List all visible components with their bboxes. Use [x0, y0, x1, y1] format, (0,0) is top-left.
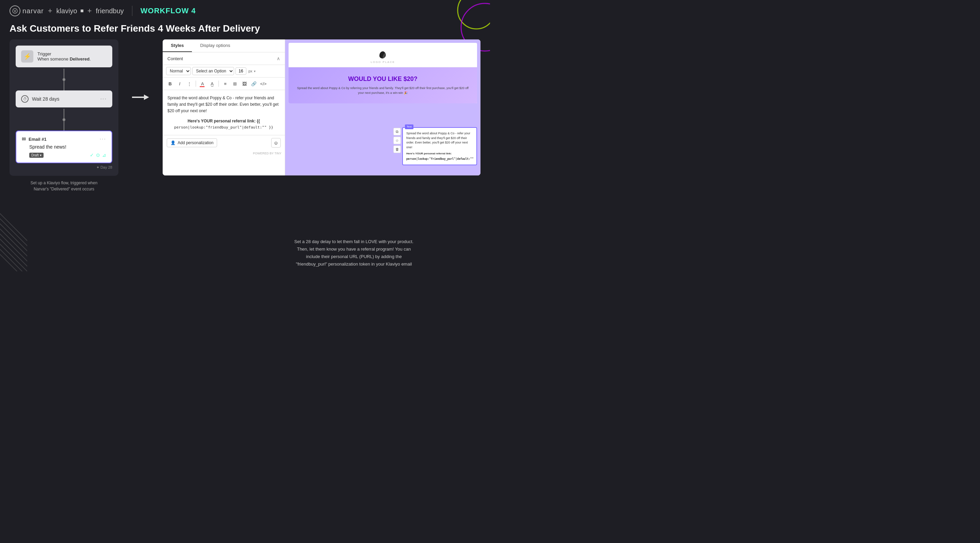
star-button[interactable]: ☆	[393, 137, 401, 144]
right-caption: Set a 28 day delay to let them fall in L…	[218, 238, 490, 268]
purl-label: Here's YOUR personal referral link: {{	[167, 118, 280, 124]
arrow-container	[132, 40, 149, 101]
overlay-text: Spread the word about Poppy & Co - refer…	[406, 131, 473, 149]
klaviyo-text: klaviyo	[56, 7, 77, 15]
hero-body: Spread the word about Poppy & Co by refe…	[295, 86, 470, 95]
content-header: Content ∧	[163, 52, 285, 65]
workflow-label: WORKFLOW 4	[140, 6, 196, 15]
email-node: ✉ Email #1 ··· Spread the news! Draft ▾ …	[16, 130, 112, 163]
connector-4	[64, 121, 64, 130]
format-toolbar: B I ⋮ A A̲ ≡ ⊞ 🖼 🔗 </>	[163, 78, 285, 90]
overlay-toolbar: ⧉ ☆ 🗑	[393, 128, 401, 153]
tab-display-options[interactable]: Display options	[192, 40, 238, 52]
trigger-icon: ⚡	[21, 50, 33, 63]
font-color-button[interactable]: A	[198, 79, 207, 88]
px-label: px	[248, 69, 253, 73]
copy-button[interactable]: ⧉	[393, 128, 401, 135]
logo-placeholder: LOGO PLACE	[371, 50, 395, 64]
body-text: Spread the word about Poppy & Co - refer…	[167, 95, 280, 114]
code-button[interactable]: </>	[259, 79, 267, 88]
main-content: ⚡ Trigger When someone Delivered. ⏱ Wait…	[0, 40, 490, 192]
plus-1: +	[48, 6, 52, 15]
overlay-purl-value: person|lookup:"friendbuy_purl"|default:"…	[406, 157, 473, 161]
content-label: Content	[167, 56, 183, 61]
style-select[interactable]: Normal	[166, 67, 191, 75]
arrow-right	[132, 94, 149, 101]
trigger-text: Trigger When someone Delivered.	[37, 51, 91, 62]
delete-button[interactable]: 🗑	[393, 146, 401, 153]
dot-2	[63, 118, 65, 121]
connector-2	[64, 81, 64, 90]
email-actions: ✓ ⊙ ⊿	[90, 152, 106, 158]
trigger-node: ⚡ Trigger When someone Delivered.	[16, 46, 112, 67]
wait-node: ⏱ Wait 28 days ···	[16, 90, 112, 108]
person-icon: 👤	[170, 140, 176, 145]
more-options-button[interactable]: ⋮	[185, 79, 193, 88]
right-panel: Styles Display options Content ∧ Normal …	[163, 40, 480, 175]
logo-place-text: LOGO PLACE	[371, 60, 395, 64]
overlay-purl-label: Here's YOUR personal referral link:	[406, 152, 473, 156]
email-footer: Draft ▾ ✓ ⊙ ⊿	[22, 152, 106, 158]
format-divider-1	[196, 81, 196, 87]
hero-title: WOULD YOU LIKE $20?	[295, 76, 470, 83]
collapse-button[interactable]: ∧	[277, 56, 280, 61]
preview-section: LOGO PLACE WOULD YOU LIKE $20? Spread th…	[285, 40, 480, 175]
email-menu[interactable]: ···	[100, 136, 106, 142]
klaviyo-icon	[81, 10, 83, 12]
svg-rect-12	[132, 97, 145, 98]
image-button[interactable]: 🖼	[240, 79, 248, 88]
chart-icon: ⊙	[96, 152, 100, 158]
wait-node-left: ⏱ Wait 28 days	[21, 95, 59, 103]
editor-footer: 👤 Add personalization ☺	[163, 135, 285, 150]
connector-1	[64, 69, 64, 78]
page-title: Ask Customers to Refer Friends 4 Weeks A…	[0, 22, 490, 40]
bold-button[interactable]: B	[166, 79, 174, 88]
italic-button[interactable]: I	[176, 79, 184, 88]
toolbar-row: Normal Select an Option px ▾	[163, 65, 285, 78]
decorative-stripes	[0, 203, 27, 272]
preview-email: LOGO PLACE WOULD YOU LIKE $20? Spread th…	[288, 43, 477, 103]
header: narvar + klaviyo + friendbuy WORKFLOW 4	[0, 0, 490, 22]
format-divider-2	[218, 81, 219, 87]
purl-value: person|lookup:"friendbuy_purl"|default:"…	[167, 124, 280, 130]
narvar-icon	[10, 5, 21, 16]
wait-label: Wait 28 days	[32, 96, 59, 102]
emoji-button[interactable]: ☺	[271, 138, 281, 148]
preview-hero: WOULD YOU LIKE $20? Spread the word abou…	[288, 67, 477, 103]
add-personalization-button[interactable]: 👤 Add personalization	[167, 138, 217, 147]
overlay-text-box: Text ⧉ ☆ 🗑 Spread the word about Poppy &…	[402, 127, 477, 165]
flow-caption: Set up a Klaviyo flow, triggered when Na…	[10, 180, 118, 192]
svg-point-11	[13, 8, 18, 13]
highlight-button[interactable]: A̲	[208, 79, 216, 88]
editor-section: Styles Display options Content ∧ Normal …	[163, 40, 285, 175]
filter-icon: ⊿	[102, 152, 106, 158]
leaf-logo-icon	[378, 50, 388, 60]
powered-by-label: POWERED BY TINY	[163, 150, 285, 156]
draft-badge: Draft ▾	[29, 152, 43, 158]
text-content-area[interactable]: Spread the word about Poppy & Co - refer…	[163, 90, 285, 135]
font-size-input[interactable]	[235, 67, 247, 75]
align-button[interactable]: ≡	[221, 79, 229, 88]
font-select[interactable]: Select an Option	[192, 67, 234, 75]
chevron-down-icon: ▾	[254, 69, 256, 73]
envelope-icon: ✉	[22, 137, 26, 142]
svg-marker-13	[144, 95, 149, 100]
narvar-text: narvar	[22, 7, 44, 15]
day-label: ✦ Day 28	[16, 165, 112, 170]
text-badge: Text	[405, 124, 414, 129]
clock-icon: ⏱	[21, 95, 29, 103]
wait-menu[interactable]: ···	[100, 96, 107, 102]
link-button[interactable]: 🔗	[250, 79, 258, 88]
check-icon: ✓	[90, 152, 94, 158]
friendbuy-text: friendbuy	[96, 7, 124, 15]
plus-2: +	[88, 6, 92, 15]
dot-1	[63, 78, 65, 81]
svg-line-10	[0, 248, 27, 272]
editor-tabs: Styles Display options	[163, 40, 285, 52]
left-panel: ⚡ Trigger When someone Delivered. ⏱ Wait…	[10, 40, 118, 192]
email-node-title: ✉ Email #1	[22, 137, 47, 142]
tab-styles[interactable]: Styles	[163, 40, 192, 52]
table-button[interactable]: ⊞	[231, 79, 239, 88]
email-subject: Spread the news!	[22, 144, 106, 149]
email-node-header: ✉ Email #1 ···	[22, 136, 106, 142]
